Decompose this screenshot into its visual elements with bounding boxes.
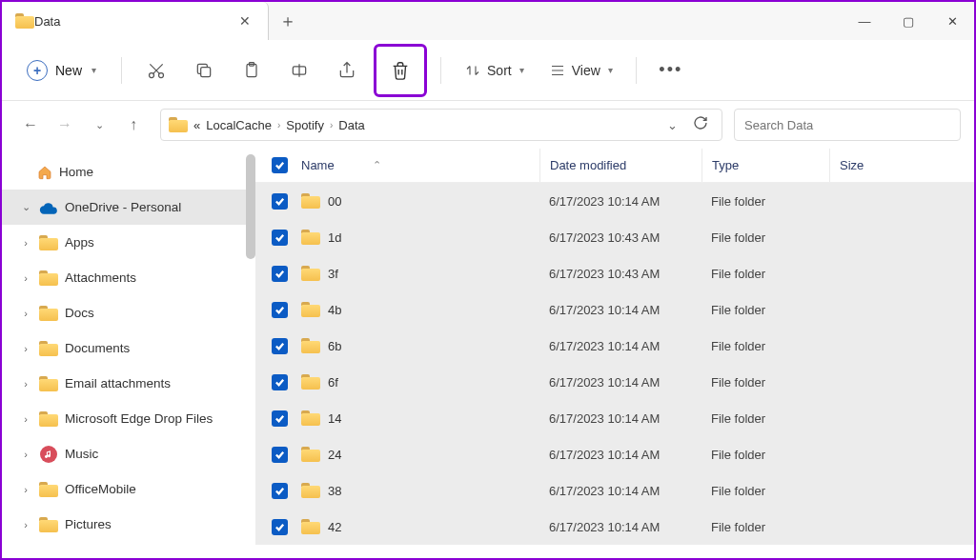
- folder-icon: [301, 483, 320, 498]
- chevron-right-icon: ›: [19, 308, 32, 319]
- row-checkbox[interactable]: [263, 447, 295, 463]
- forward-button[interactable]: →: [50, 110, 80, 140]
- file-name: 24: [328, 448, 341, 462]
- sidebar-item[interactable]: ›Microsoft Edge Drop Files: [2, 401, 255, 436]
- breadcrumb-item[interactable]: Data: [338, 118, 364, 132]
- file-row[interactable]: 386/17/2023 10:14 AMFile folder: [255, 472, 974, 509]
- column-date[interactable]: Date modified: [539, 149, 702, 182]
- share-button[interactable]: [326, 50, 368, 91]
- file-type: File folder: [702, 520, 829, 534]
- file-row[interactable]: 6b6/17/2023 10:14 AMFile folder: [255, 328, 974, 364]
- sidebar-item[interactable]: ›OfficeMobile: [2, 471, 255, 507]
- sidebar-item[interactable]: ›Attachments: [2, 260, 255, 295]
- chevron-right-icon: ›: [19, 343, 32, 354]
- file-row[interactable]: 146/17/2023 10:14 AMFile folder: [255, 400, 974, 436]
- sidebar-item[interactable]: ›Email attachments: [2, 366, 255, 401]
- refresh-button[interactable]: [687, 115, 714, 134]
- sidebar-item[interactable]: ›Pictures: [2, 507, 255, 542]
- delete-button[interactable]: [374, 44, 427, 97]
- chevron-down-icon[interactable]: ⌄: [663, 114, 681, 136]
- sidebar-item[interactable]: ›Music: [2, 436, 255, 471]
- search-input[interactable]: [744, 118, 950, 132]
- file-name: 38: [328, 484, 341, 498]
- cut-button[interactable]: [135, 50, 177, 91]
- sidebar-item[interactable]: ›Apps: [2, 225, 255, 260]
- breadcrumb[interactable]: « LocalCache › Spotify › Data ⌄: [160, 109, 722, 141]
- folder-icon: [301, 266, 320, 281]
- sidebar-item[interactable]: ›Docs: [2, 295, 255, 330]
- sidebar-item-label: Music: [65, 447, 250, 461]
- sidebar-home[interactable]: Home: [2, 154, 255, 190]
- sidebar-item-label: Docs: [65, 306, 250, 320]
- plus-circle-icon: +: [27, 60, 48, 81]
- file-row[interactable]: 006/17/2023 10:14 AMFile folder: [255, 183, 974, 219]
- paste-button[interactable]: [231, 50, 273, 91]
- rename-button[interactable]: [278, 50, 320, 91]
- column-size[interactable]: Size: [829, 149, 905, 182]
- row-checkbox[interactable]: [263, 374, 295, 390]
- file-date: 6/17/2023 10:43 AM: [539, 230, 702, 245]
- copy-button[interactable]: [183, 50, 225, 91]
- column-headers: Name⌃ Date modified Type Size: [255, 149, 974, 183]
- chevron-right-icon: ›: [19, 449, 32, 460]
- breadcrumb-item[interactable]: LocalCache: [206, 118, 272, 132]
- sort-button[interactable]: Sort ▾: [455, 56, 534, 85]
- sidebar-item-label: Pictures: [65, 517, 250, 531]
- sort-asc-icon: ⌃: [373, 159, 381, 171]
- file-row[interactable]: 3f6/17/2023 10:43 AMFile folder: [255, 255, 974, 291]
- back-button[interactable]: ←: [15, 110, 46, 140]
- breadcrumb-item[interactable]: Spotify: [286, 118, 324, 132]
- row-checkbox[interactable]: [263, 519, 295, 535]
- maximize-button[interactable]: ▢: [886, 2, 930, 40]
- file-type: File folder: [702, 194, 829, 209]
- ellipsis-icon: •••: [659, 60, 682, 80]
- minimize-button[interactable]: —: [843, 2, 886, 40]
- close-button[interactable]: ✕: [930, 2, 974, 40]
- row-checkbox[interactable]: [263, 483, 295, 499]
- column-name[interactable]: Name⌃: [295, 158, 539, 172]
- row-checkbox[interactable]: [263, 266, 295, 282]
- file-date: 6/17/2023 10:14 AM: [539, 194, 702, 209]
- sidebar-item-label: Apps: [65, 235, 250, 250]
- row-checkbox[interactable]: [263, 302, 295, 318]
- folder-icon: [301, 374, 320, 390]
- file-date: 6/17/2023 10:14 AM: [539, 303, 702, 317]
- recent-button[interactable]: ⌄: [84, 110, 114, 140]
- row-checkbox[interactable]: [263, 230, 295, 246]
- view-button[interactable]: View ▾: [539, 56, 622, 85]
- folder-icon: [301, 519, 320, 534]
- column-type[interactable]: Type: [702, 149, 829, 182]
- chevron-right-icon: ›: [19, 237, 32, 249]
- file-type: File folder: [702, 267, 829, 281]
- tab-close-button[interactable]: ✕: [232, 10, 258, 32]
- file-row[interactable]: 246/17/2023 10:14 AMFile folder: [255, 436, 974, 472]
- sidebar-item-label: Email attachments: [65, 376, 250, 390]
- file-row[interactable]: 4b6/17/2023 10:14 AMFile folder: [255, 291, 974, 328]
- file-name: 00: [328, 194, 341, 209]
- new-tab-button[interactable]: ＋: [269, 2, 307, 40]
- chevron-right-icon: ›: [19, 413, 32, 425]
- file-row[interactable]: 426/17/2023 10:14 AMFile folder: [255, 509, 974, 545]
- sidebar-item[interactable]: ›Documents: [2, 330, 255, 366]
- more-button[interactable]: •••: [650, 50, 692, 91]
- file-row[interactable]: 1d6/17/2023 10:43 AMFile folder: [255, 219, 974, 255]
- folder-icon: [301, 338, 320, 353]
- up-button[interactable]: ↑: [118, 110, 149, 140]
- folder-icon: [38, 270, 59, 287]
- folder-icon: [38, 305, 59, 322]
- search-box[interactable]: [734, 109, 961, 141]
- row-checkbox[interactable]: [263, 338, 295, 354]
- select-all-checkbox[interactable]: [263, 157, 295, 173]
- folder-icon: [169, 117, 188, 132]
- file-date: 6/17/2023 10:14 AM: [539, 339, 702, 353]
- row-checkbox[interactable]: [263, 193, 295, 210]
- file-row[interactable]: 6f6/17/2023 10:14 AMFile folder: [255, 364, 974, 400]
- scrollbar-thumb[interactable]: [246, 154, 255, 259]
- toolbar: + New ▾ Sort ▾ View ▾ •••: [2, 40, 974, 101]
- new-button[interactable]: + New ▾: [15, 54, 108, 87]
- tab-active[interactable]: Data ✕: [2, 2, 269, 40]
- file-date: 6/17/2023 10:14 AM: [539, 448, 702, 462]
- row-checkbox[interactable]: [263, 410, 295, 427]
- chevron-down-icon: ▾: [608, 65, 613, 75]
- sidebar-onedrive[interactable]: ⌄ OneDrive - Personal: [2, 190, 255, 225]
